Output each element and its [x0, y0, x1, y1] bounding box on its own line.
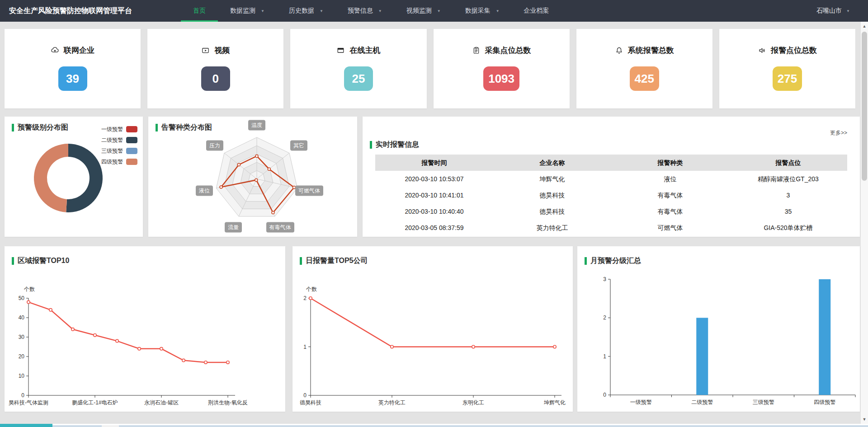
stat-label: 采集点位总数 [485, 45, 531, 56]
nav-item-home[interactable]: 首页 [181, 0, 218, 22]
table-cell: 2020-03-05 08:37:59 [375, 220, 493, 236]
svg-text:鹏盛化工-1#电石炉: 鹏盛化工-1#电石炉 [72, 399, 118, 406]
legend-item[interactable]: 二级预警 [101, 135, 137, 145]
cloud-link-icon [51, 46, 59, 55]
legend-item-label: 三级预警 [101, 147, 123, 155]
legend-color-swatch [126, 126, 137, 132]
svg-text:个数: 个数 [24, 286, 35, 292]
nav-item-enterprise-archive[interactable]: 企业档案 [512, 0, 561, 22]
table-body: 2020-03-10 10:53:07 坤辉气化 液位 精醇南罐液位GT_203… [375, 171, 847, 236]
svg-text:20: 20 [19, 353, 25, 360]
svg-text:东明化工: 东明化工 [462, 399, 484, 406]
nav-item-label: 数据监测 [230, 7, 255, 15]
title-accent-bar [300, 257, 302, 265]
stat-label: 视频 [214, 45, 230, 56]
chevron-down-icon: ▼ [846, 9, 850, 13]
line-chart-region-top10: 01020304050昊科技-气体监测鹏盛化工-1#电石炉永润石油-罐区荆洪生物… [5, 246, 285, 412]
more-link[interactable]: 更多>> [830, 129, 847, 137]
table-cell: 有毒气体 [611, 203, 729, 220]
legend-item[interactable]: 四级预警 [101, 156, 137, 167]
panel-title: 告警种类分布图 [156, 123, 212, 132]
table-row[interactable]: 2020-03-10 10:53:07 坤辉气化 液位 精醇南罐液位GT_203 [375, 171, 847, 187]
nav-item-alarm-info[interactable]: 预警信息 ▼ [335, 0, 394, 22]
stat-card: 采集点位总数 1093 [434, 29, 570, 108]
legend-item[interactable]: 三级预警 [101, 145, 137, 156]
panel-title: 预警级别分布图 [12, 123, 68, 132]
bottom-strip [0, 424, 868, 427]
scrollbar-up-button[interactable]: ▲ [861, 23, 868, 30]
svg-text:德昊科技: 德昊科技 [300, 399, 321, 406]
panel-title: 日报警量TOP5公司 [300, 256, 368, 266]
nav-item-label: 预警信息 [348, 7, 373, 15]
table-cell: 2020-03-10 10:41:01 [375, 187, 493, 203]
svg-text:3: 3 [603, 276, 606, 282]
stat-value-badge: 1093 [483, 66, 519, 91]
nav-item-data-monitor[interactable]: 数据监测 ▼ [218, 0, 277, 22]
svg-text:0: 0 [603, 392, 606, 398]
stat-value-badge: 0 [201, 66, 230, 91]
title-accent-bar [156, 124, 158, 131]
stat-card: 报警点位总数 275 [719, 29, 855, 108]
line-chart-daily-top5: 012德昊科技英力特化工东明化工坤辉气化个数 [292, 246, 573, 412]
stat-card: 在线主机 25 [290, 29, 426, 108]
stat-card-header: 视频 [147, 45, 283, 56]
svg-text:10: 10 [19, 373, 25, 379]
stat-card-header: 系统报警总数 [576, 45, 712, 56]
stat-label: 联网企业 [64, 45, 94, 56]
scrollbar[interactable]: ▲ ▼ [861, 22, 868, 424]
stat-value-badge: 425 [630, 66, 659, 91]
svg-text:昊科技-气体监测: 昊科技-气体监测 [9, 399, 48, 406]
svg-text:个数: 个数 [306, 286, 317, 292]
nav-item-label: 数据采集 [465, 7, 491, 15]
city-selector[interactable]: 石嘴山市 ▼ [816, 0, 850, 22]
stat-card-header: 报警点位总数 [719, 45, 855, 56]
stat-card: 视频 0 [147, 29, 283, 108]
chevron-down-icon: ▼ [437, 9, 441, 13]
table-row[interactable]: 2020-03-10 10:41:01 德昊科技 有毒气体 3 [375, 187, 847, 203]
nav-item-label: 历史数据 [289, 7, 314, 15]
svg-text:50: 50 [19, 295, 25, 301]
nav-item-label: 企业档案 [524, 7, 549, 15]
svg-text:0: 0 [21, 392, 24, 399]
scrollbar-thumb[interactable] [862, 32, 867, 181]
svg-text:英力特化工: 英力特化工 [378, 399, 406, 406]
stat-card: 联网企业 39 [5, 29, 141, 108]
table-cell: 3 [729, 187, 847, 203]
chevron-down-icon: ▼ [261, 9, 264, 13]
panel-warning-level-distribution: 预警级别分布图 一级预警 二级预警 三级预警 四级预警 [5, 117, 143, 237]
svg-text:1: 1 [603, 353, 606, 360]
panel-region-alarm-top10: 区域报警TOP10 01020304050昊科技-气体监测鹏盛化工-1#电石炉永… [5, 246, 285, 412]
svg-text:永润石油-罐区: 永润石油-罐区 [144, 399, 179, 406]
title-accent-bar [12, 257, 14, 265]
table-header-cell: 报警时间 [375, 155, 493, 171]
legend-color-swatch [126, 159, 137, 165]
nav-item-history-data[interactable]: 历史数据 ▼ [277, 0, 335, 22]
table-row[interactable]: 2020-03-05 08:37:59 英力特化工 可燃气体 GIA-520单体… [375, 220, 847, 236]
table-cell: 2020-03-10 10:40:40 [375, 203, 493, 220]
stats-row: 联网企业 39 视频 0 在线主机 25 采集点位总数 1093 系统报警总数 … [5, 29, 855, 108]
legend-item-label: 二级预警 [101, 136, 123, 144]
table-row[interactable]: 2020-03-10 10:40:40 德昊科技 有毒气体 35 [375, 203, 847, 220]
chevron-down-icon: ▼ [320, 9, 323, 13]
table-cell: 可燃气体 [611, 220, 729, 236]
svg-text:40: 40 [19, 314, 25, 321]
panel-daily-alarm-top5: 日报警量TOP5公司 012德昊科技英力特化工东明化工坤辉气化个数 [292, 246, 573, 412]
table-cell: 液位 [611, 171, 729, 187]
chevron-down-icon: ▼ [378, 9, 382, 13]
stat-label: 系统报警总数 [628, 45, 674, 56]
svg-text:1: 1 [303, 344, 307, 350]
table-header-cell: 报警点位 [729, 155, 847, 171]
stat-value-badge: 275 [773, 66, 802, 91]
legend-item-label: 一级预警 [101, 126, 123, 133]
svg-text:30: 30 [19, 334, 25, 340]
title-accent-bar [370, 141, 372, 149]
panel-title: 实时报警信息 [370, 140, 419, 150]
nav-item-video-monitor[interactable]: 视频监测 ▼ [394, 0, 453, 22]
panel-title-text: 区域报警TOP10 [18, 256, 69, 266]
scrollbar-down-button[interactable]: ▼ [861, 416, 868, 423]
panel-title: 区域报警TOP10 [12, 256, 69, 266]
nav-item-data-collect[interactable]: 数据采集 ▼ [453, 0, 512, 22]
svg-text:四级预警: 四级预警 [814, 399, 835, 405]
legend-item[interactable]: 一级预警 [101, 124, 137, 135]
bottom-strip-blue-bar [0, 425, 868, 427]
